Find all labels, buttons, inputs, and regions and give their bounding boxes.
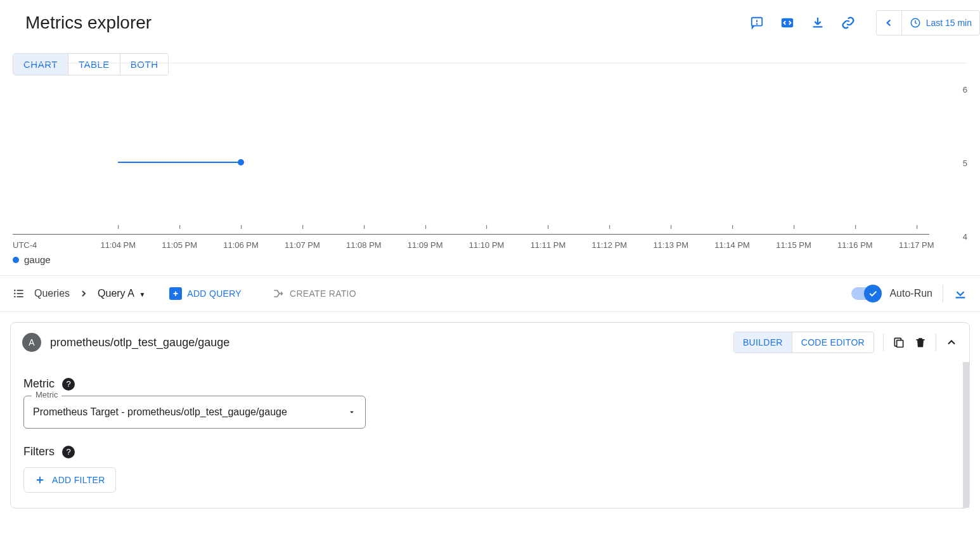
svg-point-6 — [14, 293, 16, 295]
code-icon[interactable] — [780, 15, 795, 30]
feedback-icon[interactable] — [749, 15, 764, 30]
header-actions: Last 15 min — [749, 10, 980, 36]
query-panels: A prometheus/otlp_test_gauge/gauge BUILD… — [0, 312, 980, 519]
plus-icon — [34, 474, 46, 486]
plus-icon: + — [169, 287, 182, 300]
download-icon[interactable] — [810, 15, 825, 30]
help-icon[interactable]: ? — [62, 446, 75, 458]
auto-run-toggle[interactable] — [851, 287, 879, 300]
merge-icon — [272, 287, 285, 300]
x-tick: 11:14 PM — [714, 240, 750, 250]
metric-field-label: Metric — [32, 390, 61, 399]
x-tick: 11:10 PM — [469, 240, 505, 250]
x-tick: 11:05 PM — [162, 240, 197, 250]
x-tick: 11:12 PM — [592, 240, 628, 250]
y-tick: 6 — [936, 85, 967, 94]
clock-icon — [910, 17, 921, 29]
time-prev-button[interactable] — [877, 11, 902, 35]
chevron-right-icon — [79, 288, 89, 299]
time-range-picker[interactable]: Last 15 min — [902, 17, 979, 29]
metric-select[interactable]: Metric Prometheus Target - prometheus/ot… — [23, 396, 366, 429]
collapse-down-icon[interactable] — [953, 287, 967, 301]
query-badge: A — [22, 333, 41, 352]
add-query-button[interactable]: + ADD QUERY — [169, 287, 242, 300]
chart-legend: gauge — [13, 254, 980, 265]
filters-section-label: Filters ? — [23, 445, 950, 458]
svg-point-2 — [756, 23, 757, 24]
series-point[interactable] — [238, 159, 244, 165]
create-ratio-button[interactable]: CREATE RATIO — [272, 287, 356, 300]
x-tick: 11:13 PM — [653, 240, 688, 250]
delete-icon[interactable] — [914, 336, 927, 349]
help-icon[interactable]: ? — [62, 378, 75, 391]
svg-point-7 — [14, 296, 16, 298]
svg-point-5 — [14, 290, 16, 292]
queries-label[interactable]: Queries — [34, 288, 70, 299]
x-tick: 11:08 PM — [346, 240, 382, 250]
legend-label: gauge — [24, 254, 51, 265]
add-filter-button[interactable]: ADD FILTER — [23, 467, 116, 493]
link-icon[interactable] — [841, 15, 856, 30]
svg-rect-10 — [17, 296, 23, 297]
builder-tab[interactable]: BUILDER — [734, 332, 792, 353]
x-axis — [13, 234, 929, 235]
check-icon — [868, 288, 878, 299]
current-query-dropdown[interactable]: Query A ▼ — [98, 288, 145, 299]
x-tick: 11:11 PM — [531, 240, 566, 250]
list-icon — [13, 287, 25, 300]
query-metric-title: prometheus/otlp_test_gauge/gauge — [50, 336, 725, 349]
legend-color-dot — [13, 257, 19, 263]
query-panel-body: Metric ? Metric Prometheus Target - prom… — [11, 362, 969, 508]
x-tick: 11:09 PM — [408, 240, 443, 250]
query-mode-tabs: BUILDER CODE EDITOR — [733, 332, 874, 353]
x-tick: 11:07 PM — [285, 240, 320, 250]
time-range-label: Last 15 min — [926, 18, 972, 28]
x-tick: 11:06 PM — [223, 240, 259, 250]
chart-plot[interactable]: 6 5 4 UTC-4 11:04 PM 11:05 PM 11:06 PM 1… — [13, 89, 929, 235]
dropdown-icon — [347, 408, 356, 417]
page-title: Metrics explorer — [25, 13, 152, 33]
collapse-icon[interactable] — [945, 336, 958, 349]
auto-run-label: Auto-Run — [889, 288, 932, 299]
timezone-label: UTC-4 — [13, 240, 37, 250]
query-panel-a: A prometheus/otlp_test_gauge/gauge BUILD… — [10, 322, 970, 508]
copy-icon[interactable] — [893, 336, 905, 349]
query-panel-header: A prometheus/otlp_test_gauge/gauge BUILD… — [11, 323, 969, 362]
svg-rect-11 — [897, 340, 903, 347]
x-tick: 11:16 PM — [837, 240, 873, 250]
x-tick: 11:04 PM — [100, 240, 136, 250]
metric-value: Prometheus Target - prometheus/otlp_test… — [33, 406, 347, 418]
query-toolbar: Queries Query A ▼ + ADD QUERY CREATE RAT… — [0, 275, 980, 312]
x-tick: 11:15 PM — [776, 240, 811, 250]
metric-section-label: Metric ? — [23, 377, 950, 391]
x-tick: 11:17 PM — [899, 240, 934, 250]
chart-area: 6 5 4 UTC-4 11:04 PM 11:05 PM 11:06 PM 1… — [13, 63, 967, 234]
y-tick: 5 — [936, 159, 967, 168]
y-tick: 4 — [936, 232, 967, 242]
time-controls: Last 15 min — [876, 10, 980, 36]
series-line — [118, 162, 241, 163]
svg-rect-9 — [17, 293, 23, 294]
code-editor-tab[interactable]: CODE EDITOR — [792, 332, 874, 353]
svg-rect-8 — [17, 290, 23, 291]
header: Metrics explorer Last 15 min — [0, 0, 980, 46]
